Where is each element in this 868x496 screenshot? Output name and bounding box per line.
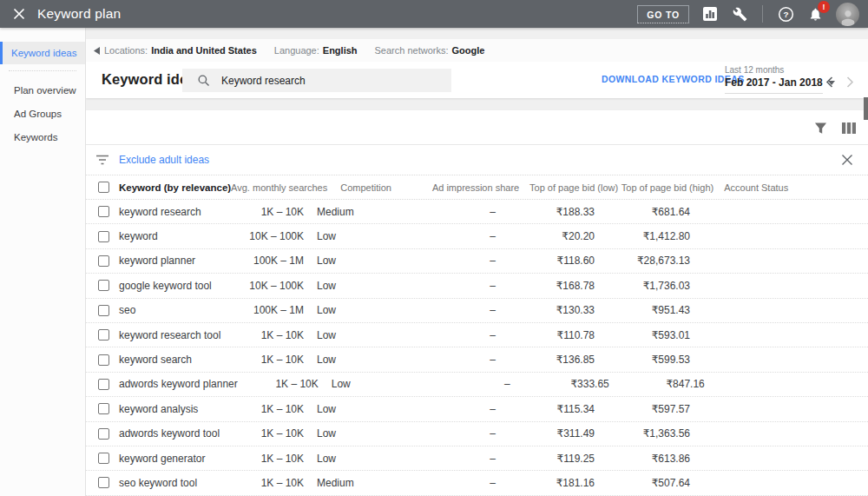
reports-icon[interactable] xyxy=(701,5,719,23)
sidebar-item-plan-overview[interactable]: Plan overview xyxy=(0,79,85,102)
cell-bid-high: ₹599.53 xyxy=(595,354,690,366)
table-toolbar xyxy=(86,110,868,145)
search-networks-setting[interactable]: Search networks: Google xyxy=(375,45,485,56)
row-checkbox[interactable] xyxy=(98,231,109,242)
cell-ad-impression-share: – xyxy=(386,280,496,292)
cell-ad-impression-share: – xyxy=(386,329,496,341)
cell-keyword: keyword planner xyxy=(119,255,223,267)
cell-ad-impression-share: – xyxy=(386,304,496,316)
help-icon[interactable]: ? xyxy=(777,5,794,23)
row-checkbox-cell xyxy=(86,379,119,390)
cell-competition: Medium xyxy=(304,206,386,218)
top-bar: Keyword plan GO TO ? ! xyxy=(0,0,868,28)
cell-bid-low: ₹118.60 xyxy=(496,255,595,267)
row-checkbox[interactable] xyxy=(98,477,109,488)
previous-period-icon[interactable] xyxy=(822,75,836,89)
select-all-cell xyxy=(86,182,119,193)
cell-keyword: adwords keyword planner xyxy=(119,378,238,390)
cell-searches: 1K – 10K xyxy=(223,427,304,440)
cell-searches: 1K – 10K xyxy=(223,354,304,366)
sidebar-item-ad-groups[interactable]: Ad Groups xyxy=(0,103,85,125)
row-checkbox[interactable] xyxy=(98,354,109,366)
filter-icon[interactable] xyxy=(813,121,828,136)
go-to-button[interactable]: GO TO xyxy=(637,5,689,23)
cell-searches: 1K – 10K xyxy=(223,453,304,465)
language-value: English xyxy=(323,45,358,56)
column-header-keyword[interactable]: Keyword (by relevance) xyxy=(119,182,231,193)
sidebar-item-keyword-ideas[interactable]: Keyword ideas xyxy=(0,42,85,64)
sidebar-divider xyxy=(9,70,76,71)
topbar-divider xyxy=(762,5,763,23)
column-header-searches[interactable]: Avg. monthly searches xyxy=(231,182,327,193)
cell-ad-impression-share: – xyxy=(386,403,496,415)
columns-icon[interactable] xyxy=(841,121,856,136)
row-checkbox[interactable] xyxy=(98,206,109,217)
cell-ad-impression-share: – xyxy=(386,477,496,489)
column-header-bid-low[interactable]: Top of page bid (low) xyxy=(519,182,618,193)
row-checkbox[interactable] xyxy=(98,379,109,390)
cell-competition: Low xyxy=(304,304,386,316)
language-setting[interactable]: Language: English xyxy=(274,45,358,56)
cell-bid-high: ₹613.86 xyxy=(595,453,690,465)
sidebar-item-label: Plan overview xyxy=(14,85,76,96)
cell-bid-low: ₹130.33 xyxy=(496,304,595,316)
notifications-bell-icon[interactable]: ! xyxy=(806,5,824,23)
cell-searches: 1K – 10K xyxy=(238,378,319,390)
cell-searches: 1K – 10K xyxy=(223,403,304,415)
locations-value: India and United States xyxy=(151,45,257,56)
networks-value: Google xyxy=(452,45,485,56)
cell-ad-impression-share: – xyxy=(386,206,496,218)
close-icon[interactable] xyxy=(11,6,27,22)
active-filters-row: Exclude adult ideas xyxy=(86,145,868,175)
row-checkbox[interactable] xyxy=(98,428,109,440)
column-header-account-status[interactable]: Account Status xyxy=(713,182,868,193)
table-row: seo keyword tool 1K – 10K Medium – ₹181.… xyxy=(86,471,868,495)
column-header-bid-high[interactable]: Top of page bid (high) xyxy=(618,182,713,193)
notification-badge: ! xyxy=(818,1,830,13)
sidebar-item-label: Ad Groups xyxy=(14,109,62,119)
vertical-scrollbar[interactable] xyxy=(864,97,868,120)
row-checkbox[interactable] xyxy=(98,453,109,464)
avatar[interactable] xyxy=(836,3,859,26)
clear-filter-close-icon[interactable] xyxy=(841,154,854,167)
keyword-ideas-table-card: Exclude adult ideas Keyword (by relevanc… xyxy=(86,110,868,496)
download-keyword-ideas-link[interactable]: DOWNLOAD KEYWORD IDEAS xyxy=(602,74,745,84)
settings-bar: Locations: India and United States Langu… xyxy=(86,39,868,63)
table-header-row: Keyword (by relevance) Avg. monthly sear… xyxy=(86,175,868,200)
cell-bid-high: ₹507.64 xyxy=(595,477,690,489)
cell-keyword: seo keyword tool xyxy=(119,477,223,489)
cell-searches: 1K – 10K xyxy=(223,329,304,341)
cell-competition: Low xyxy=(304,255,386,267)
collapse-panel-icon[interactable] xyxy=(89,47,104,55)
sidebar-item-keywords[interactable]: Keywords xyxy=(0,126,85,149)
column-header-competition[interactable]: Competition xyxy=(327,182,410,193)
row-checkbox[interactable] xyxy=(98,403,109,414)
cell-keyword: keyword xyxy=(119,230,223,242)
cell-ad-impression-share: – xyxy=(386,255,496,267)
cell-searches: 10K – 100K xyxy=(223,280,304,292)
cell-competition: Low xyxy=(304,354,386,366)
row-checkbox[interactable] xyxy=(98,329,109,341)
row-checkbox-cell xyxy=(86,255,119,267)
column-header-ad-impression[interactable]: Ad impression share xyxy=(410,182,519,193)
row-checkbox[interactable] xyxy=(98,255,109,267)
tools-wrench-icon[interactable] xyxy=(731,5,748,23)
search-input[interactable]: Keyword research xyxy=(182,69,451,92)
search-value: Keyword research xyxy=(221,75,306,87)
row-checkbox[interactable] xyxy=(98,280,109,291)
cell-competition: Medium xyxy=(304,477,386,489)
keyword-planner-app: Keyword plan GO TO ? ! Keyword ide xyxy=(0,0,868,496)
sidebar-item-label: Keywords xyxy=(14,132,58,142)
cell-bid-high: ₹1,412.80 xyxy=(595,230,690,242)
row-checkbox[interactable] xyxy=(98,305,109,316)
filter-list-icon[interactable] xyxy=(94,155,111,165)
date-range-selector[interactable]: Last 12 months Feb 2017 - Jan 2018 xyxy=(725,65,823,94)
exclude-adult-ideas-link[interactable]: Exclude adult ideas xyxy=(119,154,209,166)
cell-bid-high: ₹597.57 xyxy=(595,403,690,415)
select-all-checkbox[interactable] xyxy=(98,182,109,193)
locations-setting[interactable]: Locations: India and United States xyxy=(104,45,257,56)
date-range-value: Feb 2017 - Jan 2018 xyxy=(725,76,823,89)
next-period-icon[interactable] xyxy=(843,75,857,89)
cell-keyword: keyword analysis xyxy=(119,403,223,415)
cell-bid-high: ₹1,363.56 xyxy=(595,427,690,440)
